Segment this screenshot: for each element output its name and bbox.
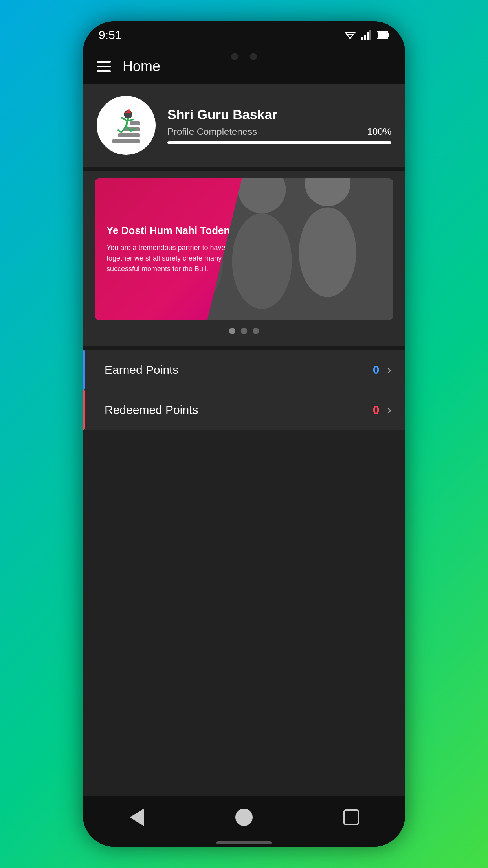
- banner-section: Ye Dosti Hum Nahi Todenge You are a trem…: [83, 171, 405, 346]
- earned-points-chevron: ›: [387, 362, 391, 377]
- banner-dots: [83, 328, 405, 334]
- svg-rect-5: [388, 33, 389, 37]
- completeness-label: Profile Completeness: [167, 126, 257, 137]
- dot-1[interactable]: [229, 328, 235, 334]
- home-icon: [235, 809, 253, 826]
- svg-rect-8: [112, 139, 140, 143]
- svg-point-25: [299, 208, 356, 297]
- svg-rect-1: [364, 35, 366, 40]
- redeemed-points-value: 0: [373, 403, 380, 417]
- recents-icon: [343, 809, 359, 825]
- redeemed-border: [83, 390, 85, 430]
- separator-2: [83, 346, 405, 350]
- completeness-row: Profile Completeness 100%: [167, 126, 391, 137]
- banner-title: Ye Dosti Hum Nahi Todenge: [106, 224, 248, 237]
- svg-rect-9: [118, 133, 140, 137]
- toolbar-title: Home: [123, 58, 160, 75]
- signal-icon: [361, 30, 373, 40]
- bottom-pill: [216, 841, 272, 844]
- earned-points-value: 0: [373, 363, 380, 377]
- earned-points-label: Earned Points: [97, 363, 373, 377]
- dot-3[interactable]: [253, 328, 259, 334]
- redeemed-points-label: Redeemed Points: [97, 403, 373, 417]
- recents-button[interactable]: [339, 805, 363, 829]
- bottom-pill-area: [83, 839, 405, 847]
- redeemed-points-chevron: ›: [387, 403, 391, 417]
- home-button[interactable]: [232, 805, 256, 829]
- status-bar: 9:51: [83, 21, 405, 49]
- profile-section: Shri Guru Baskar Profile Completeness 10…: [83, 84, 405, 167]
- menu-button[interactable]: [97, 61, 111, 72]
- progress-bar-bg: [167, 141, 391, 144]
- main-content: Shri Guru Baskar Profile Completeness 10…: [83, 84, 405, 796]
- redeemed-points-item[interactable]: Redeemed Points 0 ›: [83, 390, 405, 430]
- dot-2[interactable]: [241, 328, 247, 334]
- back-button[interactable]: [125, 805, 149, 829]
- back-icon: [130, 809, 144, 826]
- svg-rect-6: [378, 32, 387, 38]
- phone-screen: 9:51: [83, 21, 405, 847]
- progress-bar-fill: [167, 141, 391, 144]
- svg-rect-0: [361, 37, 363, 40]
- camera-right: [250, 53, 257, 60]
- status-icons: [343, 30, 389, 40]
- camera-left: [231, 53, 238, 60]
- avatar: [97, 96, 156, 155]
- completeness-value: 100%: [367, 126, 391, 137]
- status-time: 9:51: [99, 28, 121, 42]
- svg-rect-3: [369, 30, 371, 40]
- profile-name: Shri Guru Baskar: [167, 107, 391, 122]
- svg-point-23: [232, 213, 292, 309]
- nav-bar: [83, 796, 405, 839]
- earned-points-item[interactable]: Earned Points 0 ›: [83, 350, 405, 390]
- banner-card: Ye Dosti Hum Nahi Todenge You are a trem…: [95, 178, 393, 320]
- earned-border: [83, 350, 85, 390]
- separator-1: [83, 167, 405, 171]
- camera-notch: [205, 49, 283, 64]
- svg-rect-2: [367, 32, 369, 40]
- phone-device: 9:51: [83, 21, 405, 847]
- svg-rect-11: [130, 121, 140, 125]
- battery-icon: [377, 31, 389, 39]
- profile-info: Shri Guru Baskar Profile Completeness 10…: [167, 107, 391, 144]
- wifi-icon: [343, 30, 357, 40]
- points-section: Earned Points 0 › Redeemed Points 0 ›: [83, 350, 405, 430]
